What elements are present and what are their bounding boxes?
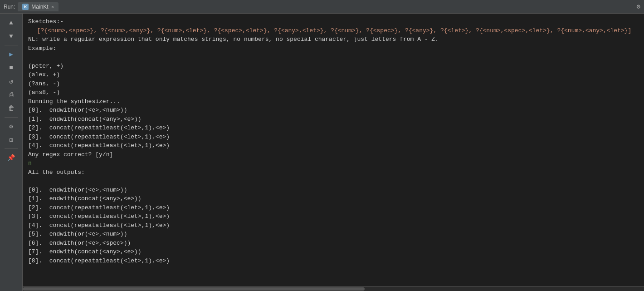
- content-area: Sketches:- [?{<num>,<spec>}, ?{<num>,<an…: [23, 14, 644, 291]
- main-tab[interactable]: K MainKt ×: [18, 2, 59, 11]
- console-line-o1: [1]. endwith(concat(<any>,<e>)): [28, 194, 639, 203]
- console-line-peter: (peter, +): [28, 62, 639, 71]
- console-line-r2: [2]. concat(repeatatleast(<let>,1),<e>): [28, 123, 639, 133]
- up-arrow-icon[interactable]: ▲: [4, 16, 19, 29]
- console-line-o7: [7]. endwith(concat(<any>,<e>)): [28, 247, 639, 256]
- stop-button-icon[interactable]: ■: [4, 61, 19, 74]
- console-line-o4: [4]. concat(repeatatleast(<let>,1),<e>): [28, 221, 639, 230]
- console-line-sketches: Sketches:-: [28, 17, 639, 26]
- console-line-running: Running the synthesizer...: [28, 97, 639, 106]
- tab-label: MainKt: [31, 4, 48, 10]
- down-arrow-icon[interactable]: ▼: [4, 30, 19, 43]
- settings-icon[interactable]: ⚙: [4, 120, 19, 133]
- console-line-qans: (?ans, -): [28, 79, 639, 89]
- console-line-prompt: Any regex correct? [y/n]: [28, 150, 639, 159]
- console-line-o3: [3]. concat(repeatatleast(<let>,1),<e>): [28, 212, 639, 221]
- console-line-example: Example:: [28, 44, 639, 53]
- title-bar-left: Run: K MainKt ×: [4, 2, 59, 11]
- horizontal-scrollbar[interactable]: [23, 286, 644, 291]
- grid-view-icon[interactable]: ⊞: [4, 133, 19, 146]
- console-line-answer: n: [28, 159, 639, 168]
- console-line-o8: [8]. concat(repeatatleast(<let>,1),<e>): [28, 256, 639, 266]
- console-line-r0: [0]. endwith(or(<e>,<num>)): [28, 106, 639, 115]
- run-label: Run:: [4, 4, 15, 10]
- console-line-r4: [4]. concat(repeatatleast(<let>,1),<e>): [28, 141, 639, 150]
- print-icon[interactable]: ⎙: [4, 89, 19, 101]
- console-line-nl: NL: write a regular expression that only…: [28, 35, 639, 44]
- console-line-ans8: (ans8, -): [28, 88, 639, 97]
- console-line-blank2: [28, 177, 639, 186]
- rerun-icon[interactable]: ↺: [4, 75, 19, 88]
- sidebar-divider-1: [5, 45, 18, 45]
- console-line-blank1: [28, 53, 639, 62]
- console-line-alex: (alex, +): [28, 70, 639, 79]
- console-line-o5: [5]. endwith(or(<e>,<num>)): [28, 230, 639, 239]
- sidebar-divider-2: [5, 117, 18, 118]
- console-line-all-outputs: All the outputs:: [28, 168, 639, 177]
- run-button-icon[interactable]: ▶: [4, 48, 19, 60]
- trash-icon[interactable]: 🗑: [4, 102, 19, 115]
- pin-icon[interactable]: 📌: [4, 151, 19, 164]
- horizontal-scrollbar-thumb[interactable]: [23, 287, 365, 291]
- settings-gear-icon[interactable]: ⚙: [637, 3, 640, 10]
- tab-close-button[interactable]: ×: [51, 4, 54, 10]
- console-line-o0: [0]. endwith(or(<e>,<num>)): [28, 186, 639, 195]
- console-output[interactable]: Sketches:- [?{<num>,<spec>}, ?{<num>,<an…: [23, 14, 644, 286]
- console-line-r1: [1]. endwith(concat(<any>,<e>)): [28, 115, 639, 124]
- title-bar: Run: K MainKt × ⚙: [0, 0, 644, 14]
- tab-icon: K: [22, 4, 29, 10]
- console-line-o6: [6]. endwith(or(<e>,<spec>)): [28, 239, 639, 248]
- console-line-sketches-data: [?{<num>,<spec>}, ?{<num>,<any>}, ?{<num…: [28, 26, 639, 35]
- console-line-r3: [3]. concat(repeatatleast(<let>,1),<e>): [28, 133, 639, 142]
- sidebar: ▲ ▼ ▶ ■ ↺ ⎙ 🗑 ⚙ ⊞ 📌: [0, 14, 23, 291]
- console-line-o2: [2]. concat(repeatatleast(<let>,1),<e>): [28, 203, 639, 212]
- main-layout: ▲ ▼ ▶ ■ ↺ ⎙ 🗑 ⚙ ⊞ 📌 Sketches:- [?{<num>,…: [0, 14, 644, 291]
- sidebar-divider-3: [5, 148, 18, 149]
